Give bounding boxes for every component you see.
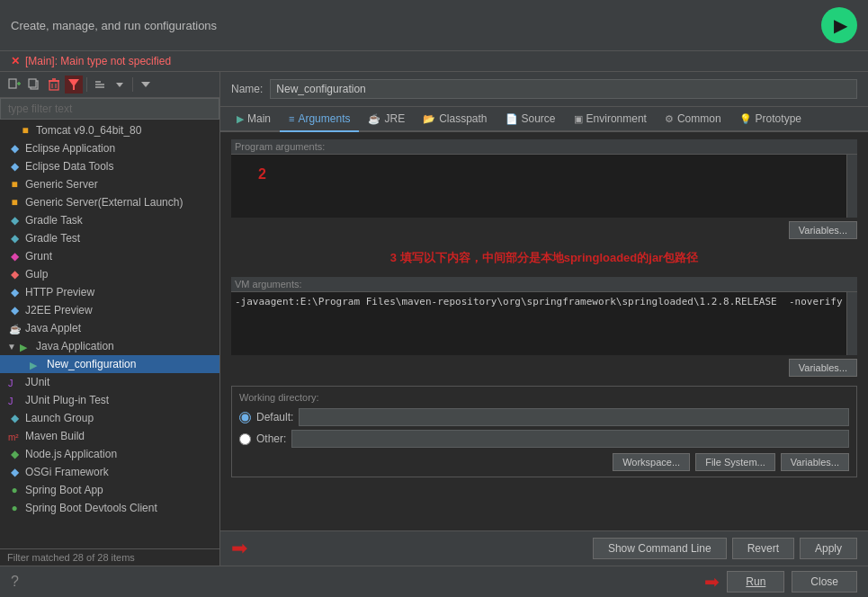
name-input[interactable] bbox=[270, 79, 857, 99]
tab-prototype[interactable]: 💡 Prototype bbox=[730, 107, 810, 132]
tree-item-http-preview[interactable]: ◆ HTTP Preview bbox=[0, 283, 219, 301]
error-text: [Main]: Main type not specified bbox=[25, 55, 171, 67]
tab-label: Main bbox=[247, 112, 271, 125]
footer-bar: ? ➡ Run Close bbox=[0, 566, 868, 597]
tree-item-label: Gradle Task bbox=[25, 214, 83, 227]
wd-variables-button[interactable]: Variables... bbox=[781, 453, 849, 471]
tree-item-java-applet[interactable]: ☕ Java Applet bbox=[0, 319, 219, 337]
tab-label: Source bbox=[522, 112, 556, 125]
show-command-line-button[interactable]: Show Command Line bbox=[593, 538, 727, 559]
toolbar bbox=[0, 72, 219, 98]
file-system-button[interactable]: File System... bbox=[695, 453, 775, 471]
tree-item-spring-boot-devtools[interactable]: ● Spring Boot Devtools Client bbox=[0, 499, 219, 517]
close-button[interactable]: Close bbox=[792, 571, 857, 593]
collapse-all-button[interactable] bbox=[91, 76, 109, 94]
tab-source[interactable]: 📄 Source bbox=[497, 107, 565, 132]
tree-item-spring-boot[interactable]: ● Spring Boot App bbox=[0, 481, 219, 499]
expand-all-button[interactable] bbox=[111, 76, 129, 94]
vm-args-variables-button[interactable]: Variables... bbox=[789, 359, 857, 377]
other-radio-label: Other: bbox=[256, 432, 286, 445]
tree-item-gradle-task[interactable]: ◆ Gradle Task bbox=[0, 211, 219, 229]
left-panel: ■ Tomcat v9.0_64bit_80 ◆ Eclipse Applica… bbox=[0, 72, 220, 566]
junit-plugin-icon: J bbox=[7, 393, 22, 407]
tree-item-grunt[interactable]: ◆ Grunt bbox=[0, 247, 219, 265]
tree-item-j2ee-preview[interactable]: ◆ J2EE Preview bbox=[0, 301, 219, 319]
help-icon[interactable]: ? bbox=[11, 574, 19, 590]
server-icon: ■ bbox=[18, 123, 32, 138]
tree-item-maven-build[interactable]: m² Maven Build bbox=[0, 427, 219, 445]
run-circle-icon: ▶ bbox=[834, 14, 847, 36]
svg-text:J: J bbox=[8, 396, 13, 406]
tree-item-java-application-group[interactable]: ▼ ▶ Java Application bbox=[0, 337, 219, 355]
program-args-variables-button[interactable]: Variables... bbox=[789, 221, 857, 239]
svg-marker-10 bbox=[68, 79, 79, 90]
tree-item-label: Spring Boot App bbox=[25, 484, 103, 496]
tree-item-junit[interactable]: J JUnit bbox=[0, 373, 219, 391]
prototype-tab-icon: 💡 bbox=[739, 113, 752, 125]
other-radio[interactable] bbox=[239, 433, 251, 445]
spring-boot-devtools-icon: ● bbox=[7, 501, 22, 515]
vm-args-input[interactable]: -javaagent:E:\Program Files\maven-reposi… bbox=[231, 292, 846, 355]
tree-item-label: Node.js Application bbox=[25, 448, 117, 460]
tree-item-gulp[interactable]: ◆ Gulp bbox=[0, 265, 219, 283]
source-tab-icon: 📄 bbox=[506, 113, 518, 125]
generic-server-ext-icon: ■ bbox=[7, 195, 22, 209]
filter-input[interactable] bbox=[0, 98, 219, 120]
revert-button[interactable]: Revert bbox=[732, 538, 794, 559]
filter-status: Filter matched 28 of 28 items bbox=[0, 548, 219, 566]
config-area: Program arguments: 2 Variables... 3 填写以下… bbox=[220, 132, 868, 530]
vm-args-btn-row: Variables... bbox=[231, 357, 857, 377]
tree-item-new-configuration[interactable]: ▶ New_configuration bbox=[0, 355, 219, 373]
tab-classpath[interactable]: 📂 Classpath bbox=[414, 107, 496, 132]
run-circle-button[interactable]: ▶ bbox=[821, 7, 857, 43]
tab-label: Arguments bbox=[298, 112, 350, 125]
tree-item-eclipse-data[interactable]: ◆ Eclipse Data Tools bbox=[0, 157, 219, 175]
eclipse-data-icon: ◆ bbox=[7, 159, 22, 174]
tree-item-nodejs[interactable]: ◆ Node.js Application bbox=[0, 445, 219, 463]
default-dir-input[interactable] bbox=[299, 408, 849, 426]
generic-server-icon: ■ bbox=[7, 177, 22, 192]
other-dir-input[interactable] bbox=[291, 430, 849, 448]
filter-button[interactable] bbox=[65, 76, 83, 94]
tab-arguments[interactable]: ≡ Arguments bbox=[280, 107, 359, 132]
apply-button[interactable]: Apply bbox=[800, 538, 857, 559]
toolbar-separator-2 bbox=[132, 77, 133, 92]
working-dir-buttons: Workspace... File System... Variables... bbox=[239, 453, 849, 471]
new-config-button[interactable] bbox=[5, 76, 23, 94]
program-args-scrollbar bbox=[846, 155, 857, 218]
more-button[interactable] bbox=[137, 76, 155, 94]
tab-common[interactable]: ⚙ Common bbox=[656, 107, 730, 132]
tree-item-gradle-test[interactable]: ◆ Gradle Test bbox=[0, 229, 219, 247]
vm-args-section: VM arguments: -javaagent:E:\Program File… bbox=[231, 277, 857, 377]
run-configurations-dialog: Create, manage, and run configurations ▶… bbox=[0, 0, 868, 597]
j2ee-icon: ◆ bbox=[7, 303, 22, 317]
tab-jre[interactable]: ☕ JRE bbox=[359, 107, 414, 132]
tree-item-tomcat[interactable]: ■ Tomcat v9.0_64bit_80 bbox=[0, 121, 219, 139]
tree-item-osgi[interactable]: ◆ OSGi Framework bbox=[0, 463, 219, 481]
tree-item-generic-server-ext[interactable]: ■ Generic Server(External Launch) bbox=[0, 193, 219, 211]
title-bar: Create, manage, and run configurations ▶ bbox=[0, 0, 868, 51]
tree-item-label: J2EE Preview bbox=[25, 304, 93, 316]
delete-button[interactable] bbox=[45, 76, 63, 94]
run-button[interactable]: Run bbox=[727, 571, 784, 593]
tree-item-label: Eclipse Data Tools bbox=[25, 160, 114, 173]
vm-args-scrollbar bbox=[846, 292, 857, 355]
tab-main[interactable]: ▶ Main bbox=[228, 107, 280, 132]
tree-item-generic-server[interactable]: ■ Generic Server bbox=[0, 175, 219, 193]
default-radio[interactable] bbox=[239, 412, 251, 423]
duplicate-button[interactable] bbox=[25, 76, 43, 94]
working-dir-label: Working directory: bbox=[239, 392, 849, 403]
tree-item-junit-plugin[interactable]: J JUnit Plug-in Test bbox=[0, 391, 219, 409]
tabs-bar: ▶ Main ≡ Arguments ☕ JRE 📂 Classpath 📄 bbox=[220, 107, 868, 132]
working-dir-section: Working directory: Default: Other: Works… bbox=[231, 386, 857, 477]
tab-environment[interactable]: ▣ Environment bbox=[565, 107, 656, 132]
tab-label: Environment bbox=[586, 112, 647, 125]
tree-item-label: Java Application bbox=[36, 340, 114, 352]
gradle-icon: ◆ bbox=[7, 213, 22, 227]
tree-item-eclipse-app[interactable]: ◆ Eclipse Application bbox=[0, 139, 219, 157]
tree-item-launch-group[interactable]: ◆ Launch Group bbox=[0, 409, 219, 427]
program-args-input[interactable] bbox=[231, 155, 846, 218]
junit-icon: J bbox=[7, 375, 22, 389]
http-icon: ◆ bbox=[7, 285, 22, 299]
workspace-button[interactable]: Workspace... bbox=[613, 453, 690, 471]
